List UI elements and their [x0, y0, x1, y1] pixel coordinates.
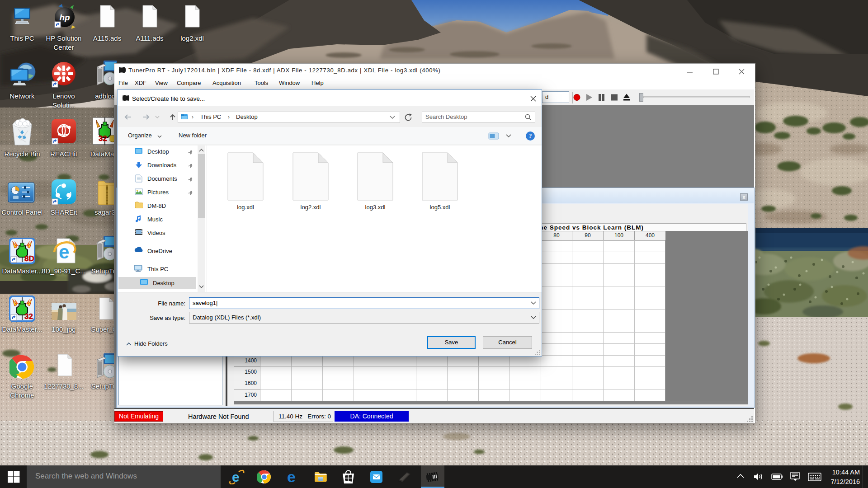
svg-text:e: e [287, 469, 296, 484]
svg-text:e: e [232, 469, 240, 484]
svg-text:32: 32 [99, 134, 107, 143]
svg-text:?: ? [529, 133, 532, 140]
svg-text:32: 32 [24, 312, 33, 321]
svg-text:8D: 8D [24, 254, 34, 263]
svg-text:hp: hp [59, 13, 70, 22]
